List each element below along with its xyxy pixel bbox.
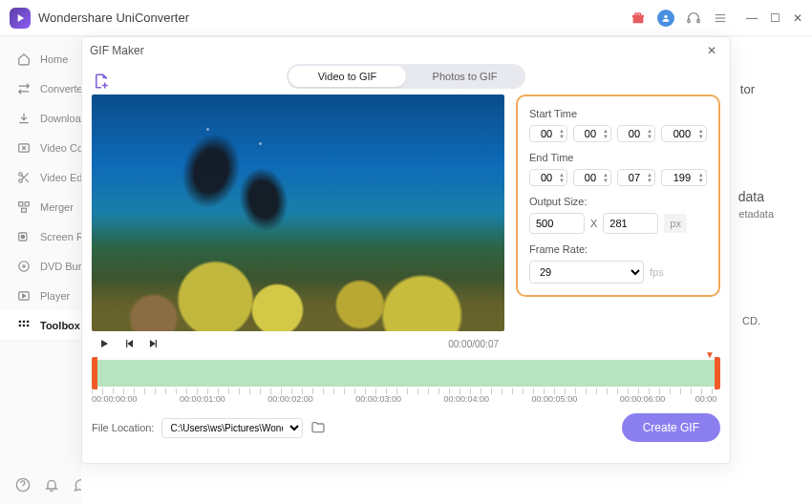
sidebar-item-home[interactable]: Home [0,44,81,74]
svg-rect-5 [716,20,726,21]
sidebar-item-compressor[interactable]: Video Compressor [0,133,81,162]
svg-rect-1 [688,19,690,22]
bg-text: data [738,189,764,204]
modal-close-button[interactable]: ✕ [703,42,720,59]
spinner-down[interactable]: ▼ [647,178,652,183]
open-folder-button[interactable] [310,420,326,435]
tab-photos-to-gif[interactable]: Photos to GIF [406,66,524,87]
spinner-down[interactable]: ▼ [603,178,609,183]
timeline-ticks: 00:00:00:00 00:00:01:00 00:00:02:00 00:0… [92,388,720,408]
end-time-label: End Time [529,152,707,163]
bg-text: tor [740,82,755,96]
timeline-handle-end[interactable] [715,357,720,389]
svg-rect-21 [23,324,25,326]
maximize-button[interactable]: ☐ [768,11,781,25]
minimize-button[interactable]: — [745,11,759,25]
next-frame-button[interactable] [147,337,160,350]
start-time-label: Start Time [529,108,707,119]
add-file-button[interactable] [92,72,111,91]
tick-label: 00:00:01:00 [180,394,225,404]
gift-icon[interactable] [630,10,646,26]
video-preview[interactable] [92,94,504,331]
start-minutes-input[interactable] [580,128,601,139]
svg-point-0 [664,14,667,17]
spinner-down[interactable]: ▼ [698,134,704,139]
start-minutes-spinner[interactable]: ▲▼ [573,125,611,142]
tick-label: 00:00:02:00 [267,394,313,404]
grid-icon [17,319,31,332]
end-seconds-input[interactable] [624,172,645,183]
spinner-down[interactable]: ▼ [647,134,652,139]
tick-label: 00:00:06:00 [620,394,666,404]
spinner-down[interactable]: ▼ [603,134,609,139]
converter-icon [17,82,31,95]
timeline-handle-start[interactable] [92,357,97,389]
play-icon [17,289,31,303]
svg-point-14 [19,261,30,271]
svg-point-13 [21,235,25,239]
svg-point-8 [19,178,23,182]
sidebar-item-label: DVD Burner [40,261,81,272]
end-ms-input[interactable] [668,172,696,183]
sidebar-item-downloader[interactable]: Downloader [0,103,81,133]
compress-icon [17,141,31,155]
svg-rect-3 [716,13,726,14]
framerate-select[interactable]: 29 [529,261,644,284]
sidebar-item-editor[interactable]: Video Editor [0,162,81,192]
sidebar-item-converter[interactable]: Converter [0,74,81,103]
start-seconds-input[interactable] [624,128,645,139]
sidebar-item-merger[interactable]: Merger [0,192,81,221]
svg-rect-11 [22,208,27,212]
sidebar-item-label: Downloader [40,113,81,124]
gif-maker-modal: GIF Maker ✕ Video to GIF Photos to GIF [81,36,731,464]
spinner-down[interactable]: ▼ [698,178,704,183]
start-hours-spinner[interactable]: ▲▼ [529,125,567,142]
user-avatar-icon[interactable] [657,10,674,27]
sidebar-item-toolbox[interactable]: Toolbox [0,310,81,340]
start-ms-input[interactable] [668,128,696,139]
disc-icon [17,260,31,273]
end-hours-input[interactable] [536,172,557,183]
sidebar-item-recorder[interactable]: Screen Recorder [0,221,81,251]
tab-video-to-gif[interactable]: Video to GIF [288,66,406,87]
app-title: Wondershare UniConverter [38,10,189,25]
spinner-down[interactable]: ▼ [559,134,565,139]
end-minutes-spinner[interactable]: ▲▼ [573,169,611,186]
output-height-input[interactable] [603,213,658,234]
timeline-marker-icon[interactable]: ▼ [705,349,715,360]
close-button[interactable]: ✕ [791,11,804,25]
start-seconds-spinner[interactable]: ▲▼ [617,125,655,142]
output-size-label: Output Size: [529,196,707,207]
output-width-input[interactable] [529,213,585,234]
tick-label: 00:00:00:00 [92,394,138,404]
end-minutes-input[interactable] [580,172,601,183]
svg-rect-18 [23,320,25,322]
headset-icon[interactable] [686,10,701,26]
play-button[interactable] [97,337,111,350]
create-gif-button[interactable]: Create GIF [622,413,720,442]
sidebar-item-label: Player [40,290,70,302]
start-hours-input[interactable] [536,128,557,139]
prev-frame-button[interactable] [122,337,136,350]
end-hours-spinner[interactable]: ▲▼ [529,169,567,186]
sidebar-item-label: Video Compressor [40,142,81,154]
sidebar-item-label: Converter [40,83,81,94]
px-label: px [664,214,687,233]
menu-icon[interactable] [713,10,728,26]
bg-text: CD. [742,315,760,326]
framerate-label: Frame Rate: [529,243,707,255]
bell-icon[interactable] [44,477,59,493]
file-location-select[interactable]: C:\Users\ws\Pictures\Wonders [161,418,303,438]
end-ms-spinner[interactable]: ▲▼ [661,169,707,186]
spinner-down[interactable]: ▼ [559,178,565,183]
end-seconds-spinner[interactable]: ▲▼ [617,169,655,186]
size-separator: X [590,218,597,229]
svg-rect-19 [27,320,29,322]
start-ms-spinner[interactable]: ▲▼ [661,125,707,142]
sidebar-item-player[interactable]: Player [0,281,81,310]
sidebar-item-label: Home [40,53,68,65]
svg-rect-9 [19,201,23,205]
sidebar-item-dvd[interactable]: DVD Burner [0,251,81,281]
help-icon[interactable] [15,477,31,493]
timeline[interactable]: ▼ [92,360,720,387]
